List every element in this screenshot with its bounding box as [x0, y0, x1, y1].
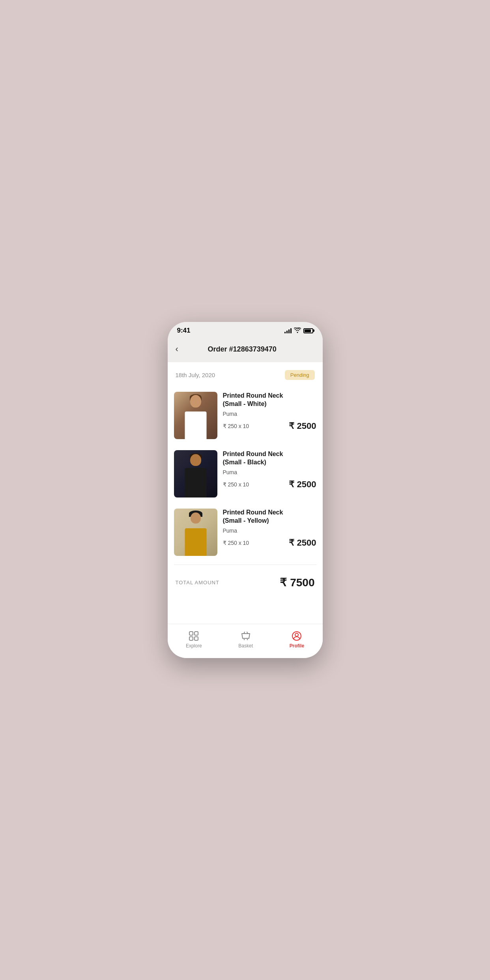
basket-label: Basket — [238, 643, 253, 649]
table-row: Printed Round Neck(Small - Yellow) Puma … — [174, 503, 316, 561]
content-area: 18th July, 2020 Pending Printed Round Ne… — [168, 362, 323, 624]
product-image-white — [174, 392, 217, 439]
order-items-list: Printed Round Neck(Small - White) Puma ₹… — [168, 386, 323, 561]
total-label: TOTAL AMOUNT — [176, 580, 219, 585]
signal-icon — [284, 328, 292, 333]
page-title: Order #12863739470 — [181, 345, 303, 353]
item-brand-3: Puma — [223, 527, 316, 534]
svg-rect-1 — [195, 632, 198, 635]
item-details-3: Printed Round Neck(Small - Yellow) Puma … — [223, 509, 316, 548]
item-total-price-2: ₹ 2500 — [289, 479, 316, 490]
wifi-icon — [294, 327, 301, 334]
order-date: 18th July, 2020 — [176, 372, 215, 378]
item-name-3: Printed Round Neck(Small - Yellow) — [223, 509, 316, 525]
item-unit-price-2: ₹ 250 x 10 — [223, 481, 249, 488]
status-badge: Pending — [285, 370, 315, 380]
item-pricing-2: ₹ 250 x 10 ₹ 2500 — [223, 479, 316, 490]
order-meta: 18th July, 2020 Pending — [168, 362, 323, 386]
item-total-price-3: ₹ 2500 — [289, 538, 316, 548]
item-pricing-1: ₹ 250 x 10 ₹ 2500 — [223, 421, 316, 431]
item-unit-price-3: ₹ 250 x 10 — [223, 540, 249, 546]
table-row: Printed Round Neck(Small - White) Puma ₹… — [174, 386, 316, 445]
total-amount: ₹ 7500 — [280, 576, 314, 589]
sidebar-item-profile[interactable]: Profile — [282, 629, 312, 650]
svg-rect-0 — [189, 632, 193, 635]
svg-point-4 — [243, 639, 245, 640]
back-button[interactable]: ‹ — [176, 342, 181, 356]
sidebar-item-explore[interactable]: Explore — [178, 629, 210, 650]
profile-label: Profile — [290, 643, 304, 649]
item-details-2: Printed Round Neck(Small - Black) Puma ₹… — [223, 450, 316, 490]
sidebar-item-basket[interactable]: Basket — [230, 629, 261, 650]
bottom-nav: Explore Basket Profile — [168, 624, 323, 658]
status-icons — [284, 327, 313, 334]
header: ‹ Order #12863739470 — [168, 338, 323, 362]
status-time: 9:41 — [177, 327, 191, 335]
svg-rect-3 — [195, 637, 198, 640]
total-divider — [174, 565, 316, 565]
item-name-2: Printed Round Neck(Small - Black) — [223, 450, 316, 467]
battery-icon — [303, 328, 313, 333]
product-image-black — [174, 450, 217, 497]
explore-icon — [188, 630, 199, 641]
item-brand-1: Puma — [223, 411, 316, 417]
svg-rect-2 — [189, 637, 193, 640]
item-brand-2: Puma — [223, 469, 316, 475]
item-total-price-1: ₹ 2500 — [289, 421, 316, 431]
total-row: TOTAL AMOUNT ₹ 7500 — [168, 568, 323, 597]
explore-label: Explore — [186, 643, 202, 649]
phone-frame: 9:41 ‹ Order #12863739 — [168, 322, 323, 658]
status-bar: 9:41 — [168, 322, 323, 338]
item-unit-price-1: ₹ 250 x 10 — [223, 423, 249, 429]
svg-point-5 — [247, 639, 248, 640]
product-image-yellow — [174, 509, 217, 556]
table-row: Printed Round Neck(Small - Black) Puma ₹… — [174, 445, 316, 503]
item-pricing-3: ₹ 250 x 10 ₹ 2500 — [223, 538, 316, 548]
profile-icon — [291, 630, 302, 641]
svg-point-7 — [295, 633, 298, 636]
basket-icon — [240, 630, 251, 641]
item-details-1: Printed Round Neck(Small - White) Puma ₹… — [223, 392, 316, 431]
item-name-1: Printed Round Neck(Small - White) — [223, 392, 316, 408]
